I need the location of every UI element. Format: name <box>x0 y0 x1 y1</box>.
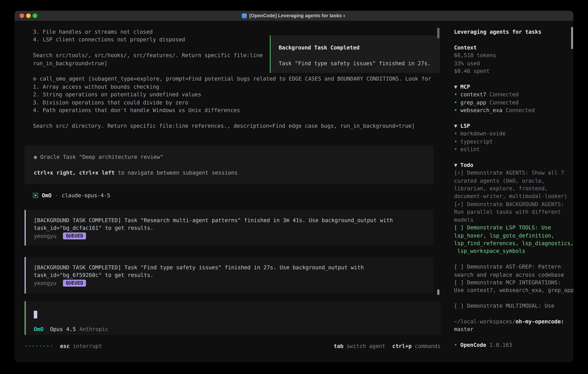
message-block: [BACKGROUND TASK COMPLETED] Task "Find t… <box>25 257 434 293</box>
tool-call-line: ⚙ call_omo_agent [subagent_type=explore,… <box>33 75 431 83</box>
lsp-item: •typescript <box>454 137 573 145</box>
tool-call-body: 1. Array access without bounds checking … <box>33 83 415 130</box>
mcp-section-heading: ▼MCP <box>454 83 573 91</box>
fisheye-icon: ◉ <box>34 154 37 160</box>
status-dot-icon: • <box>454 146 457 152</box>
oracle-task-title-row: ◉ Oracle Task "Deep architecture review" <box>34 153 434 161</box>
status-dot-icon: • <box>454 91 457 97</box>
close-button[interactable] <box>20 13 24 18</box>
app-name: OpenCode <box>460 342 486 348</box>
mcp-status: Connected <box>489 99 519 105</box>
titlebar: [OpenCode] Leveraging agents for tasks ◐ <box>15 11 573 21</box>
agent-model: claude-opus-4-5 <box>62 192 110 199</box>
esc-key-hint: esc <box>60 342 70 350</box>
prompt-input[interactable]: OmO Opus 4.5 Anthropic <box>25 301 441 335</box>
mcp-name: grep_app <box>460 99 486 105</box>
input-provider-name: Anthropic <box>79 325 108 333</box>
queued-badge: QUEUED <box>63 280 86 287</box>
document-icon <box>242 13 247 18</box>
oracle-hint-row: ctrl+x right, ctrl+x left to navigate be… <box>34 169 434 177</box>
input-model-name: Opus 4.5 <box>50 325 76 333</box>
message-author: yeongyu <box>34 280 56 286</box>
toast-notification[interactable]: Background Task Completed Task "Find typ… <box>270 35 440 73</box>
mcp-item: •context7 Connected <box>454 91 573 98</box>
ctrlp-key-label: commands <box>415 342 441 350</box>
mcp-status: Connected <box>489 91 519 97</box>
toast-body: Task "Find type safety issues" finished … <box>279 59 433 67</box>
workspace-path-prefix: ~/local-workspaces/ <box>454 319 515 324</box>
text-cursor <box>34 311 37 319</box>
model-row: OmO Opus 4.5 Anthropic <box>34 325 108 333</box>
lsp-section-heading: ▼LSP <box>454 122 573 130</box>
status-dot-icon: • <box>454 138 457 145</box>
lsp-item: •eslint <box>454 145 573 153</box>
workspace-branch: master <box>454 325 573 333</box>
status-dot-icon: • <box>454 342 457 348</box>
separator-dot: · <box>55 192 58 199</box>
message-meta: yeongyu QUEUED <box>34 279 426 287</box>
terminal-window: [OpenCode] Leveraging agents for tasks ◐… <box>15 11 573 362</box>
chevron-down-icon: ▼ <box>454 123 457 129</box>
message-text: [BACKGROUND TASK COMPLETED] Task "Resear… <box>34 216 426 232</box>
chevron-down-icon: ▼ <box>454 83 457 90</box>
session-title: Leveraging agents for tasks <box>454 28 573 36</box>
message-meta: yeongyu QUEUED <box>34 232 426 240</box>
status-bar: ········ esc interrupt tab switch agent … <box>25 342 441 350</box>
todo-heading-label: Todo <box>460 162 473 168</box>
todo-section-heading: ▼Todo <box>454 161 573 169</box>
lsp-item: •markdown-oxide <box>454 130 573 137</box>
chevron-down-icon: ▼ <box>454 162 457 168</box>
mcp-heading-label: MCP <box>460 83 470 90</box>
terminal-scrollback: 3. File handles or streams not closed 4.… <box>33 28 263 67</box>
context-stats: 66,518 tokens 33% used $0.46 spent <box>454 52 573 75</box>
message-text: [BACKGROUND TASK COMPLETED] Task "Find t… <box>34 263 426 279</box>
agent-header: OmO · claude-opus-4-5 <box>33 191 110 200</box>
todo-item-pending: [ ] Demonstrate MCP INTEGRATIONS: Use co… <box>454 279 573 294</box>
status-right: tab switch agent ctrl+p commands <box>334 342 441 350</box>
zoom-button[interactable] <box>32 13 37 18</box>
todo-item-pending: [ ] Demonstrate AST-GREP: Pattern search… <box>454 263 573 278</box>
window-title: [OpenCode] Leveraging agents for tasks ◐ <box>249 13 346 18</box>
todo-item-active: [ ] Demonstrate LSP TOOLS: Use lsp_hover… <box>454 224 573 255</box>
queued-badge: QUEUED <box>63 232 86 239</box>
oracle-task-title: Oracle Task "Deep architecture review" <box>40 154 163 160</box>
agent-name: OmO <box>42 192 52 199</box>
workspace-repo: oh-my-opencode: <box>515 319 564 324</box>
tab-key-label: switch agent <box>346 342 385 350</box>
sidebar-scrollbar-thumb[interactable] <box>571 27 573 49</box>
status-dot-icon: • <box>454 107 457 113</box>
omo-agent-icon <box>33 193 38 198</box>
workspace-path: ~/local-workspaces/oh-my-opencode: <box>454 318 573 325</box>
desktop-background: [OpenCode] Leveraging agents for tasks ◐… <box>0 0 588 374</box>
gear-icon: ⚙ <box>33 75 36 83</box>
traffic-lights <box>20 13 37 18</box>
lsp-heading-label: LSP <box>460 123 470 129</box>
app-version-footer: •OpenCode 1.0.163 <box>454 341 573 349</box>
scrollbar-thumb[interactable] <box>437 28 439 38</box>
app-version: 1.0.163 <box>489 342 512 348</box>
message-author: yeongyu <box>34 233 56 239</box>
status-dot-icon: • <box>454 131 457 137</box>
mcp-status: Connected <box>506 107 535 113</box>
mcp-name: context7 <box>460 91 486 97</box>
toast-title: Background Task Completed <box>279 44 433 52</box>
todo-item-done: [✓] Demonstrate AGENTS: Show all 7 curat… <box>454 169 573 200</box>
input-agent-name: OmO <box>34 325 43 333</box>
minimize-button[interactable] <box>26 13 31 18</box>
context-heading: Context <box>454 44 573 52</box>
tool-call-head: call_omo_agent [subagent_type=explore, p… <box>40 75 431 83</box>
window-title-area: [OpenCode] Leveraging agents for tasks ◐ <box>242 13 346 18</box>
oracle-hint-text: to navigate between subagent sessions <box>115 169 238 176</box>
lsp-name: markdown-oxide <box>460 131 506 137</box>
oracle-hint-keys: ctrl+x right, ctrl+x left <box>34 169 115 176</box>
oracle-task-panel: ◉ Oracle Task "Deep architecture review"… <box>25 146 434 184</box>
ctrlp-key-hint: ctrl+p <box>392 342 412 350</box>
status-dot-icon: • <box>454 99 457 105</box>
message-block: [BACKGROUND TASK COMPLETED] Task "Resear… <box>25 210 434 246</box>
scrollbar-thumb[interactable] <box>437 289 439 295</box>
tab-key-hint: tab <box>334 342 344 350</box>
mcp-item: •websearch_exa Connected <box>454 106 573 114</box>
session-sidebar: Leveraging agents for tasks Context 66,5… <box>448 21 573 362</box>
esc-key-label: interrupt <box>73 342 102 350</box>
mcp-item: •grep_app Connected <box>454 98 573 106</box>
